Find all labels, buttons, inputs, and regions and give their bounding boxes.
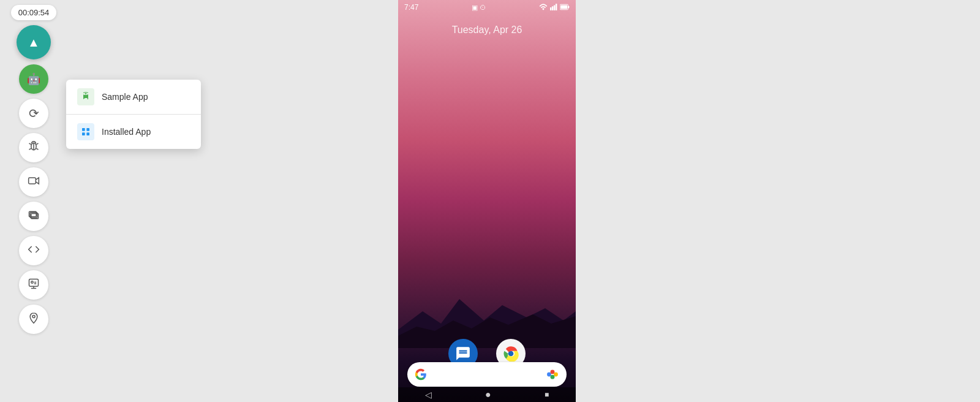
svg-point-27 [551,375,555,379]
video-button[interactable] [19,167,48,197]
svg-point-8 [85,93,87,94]
fab-button[interactable]: ▲ [17,25,51,59]
svg-rect-13 [86,128,89,131]
location-icon [28,312,40,327]
chevron-up-icon: ▲ [28,36,40,50]
svg-point-24 [547,373,551,377]
phone-screen: 7:47 ▣ ⏲ [398,0,576,402]
nav-bar: ◁ ● ■ [398,387,576,402]
google-search-bar[interactable] [407,362,567,387]
installed-app-option[interactable]: Installed App [66,115,201,149]
home-button[interactable]: ● [485,389,491,400]
installed-app-label: Installed App [102,127,151,137]
recents-button[interactable]: ■ [545,390,549,399]
bug-icon [28,140,40,156]
sample-app-option[interactable]: Sample App [66,80,201,115]
location-button[interactable] [19,305,48,334]
android-button[interactable]: 🤖 [19,64,48,94]
sample-app-icon [77,88,94,105]
back-button[interactable]: ◁ [425,390,432,400]
svg-rect-12 [82,128,85,131]
svg-point-7 [32,315,35,317]
google-logo [415,368,427,381]
svg-rect-1 [29,178,36,184]
inspect-button[interactable] [19,270,48,300]
status-time: 7:47 [404,3,418,12]
svg-rect-17 [552,6,553,10]
status-bar: 7:47 ▣ ⏲ [398,0,576,15]
signal-icon [550,4,557,12]
google-assistant-icon [546,368,559,381]
phone-date: Tuesday, Apr 26 [398,25,576,36]
svg-rect-19 [556,4,557,10]
alarm-icon: ⏲ [480,4,486,11]
svg-rect-16 [550,7,551,10]
debug-button[interactable] [19,133,48,162]
status-right-icons [539,4,570,12]
layers-icon [28,209,40,224]
notification-icon: ▣ [472,4,478,12]
sync-icon: ⟳ [29,106,39,121]
svg-rect-21 [568,6,569,8]
svg-rect-22 [560,5,567,9]
svg-point-25 [551,370,555,374]
inspect-icon [28,278,40,293]
app-type-dropdown: Sample App Installed App [66,80,201,149]
battery-icon [560,4,570,12]
video-icon [28,175,40,190]
svg-rect-18 [554,5,555,10]
layers-button[interactable] [19,202,48,231]
svg-rect-14 [82,132,85,135]
timer-label: 00:09:54 [18,8,50,17]
sample-app-label: Sample App [102,92,148,102]
status-center-icons: ▣ ⏲ [472,4,486,12]
sidebar: 00:09:54 ▲ 🤖 ⟳ [0,0,67,402]
wifi-icon [539,4,548,12]
code-button[interactable] [19,236,48,265]
installed-app-icon [77,123,94,140]
code-icon [28,243,40,259]
timer-badge: 00:09:54 [11,5,57,20]
svg-point-6 [31,281,33,283]
svg-rect-5 [29,279,39,286]
sync-button[interactable]: ⟳ [19,99,48,128]
android-icon: 🤖 [27,72,40,86]
svg-point-26 [554,373,558,377]
phone-frame: 7:47 ▣ ⏲ [398,0,576,402]
svg-rect-15 [86,132,89,135]
